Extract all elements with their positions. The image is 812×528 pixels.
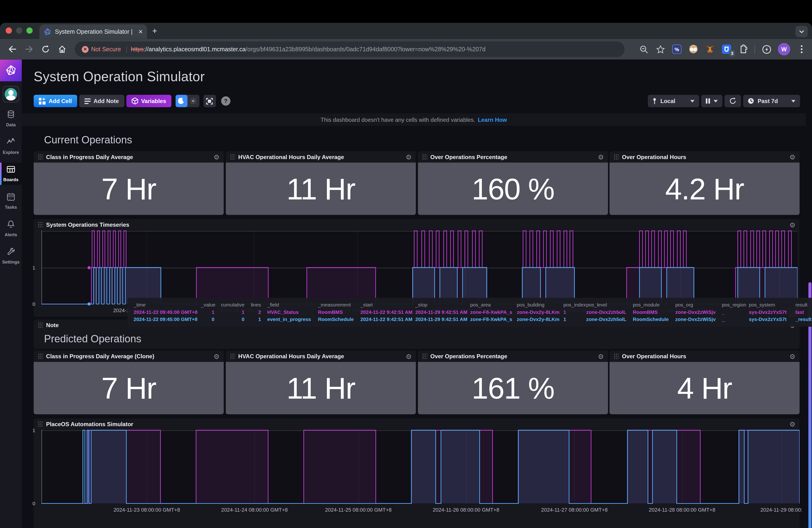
help-icon[interactable]: ? — [221, 97, 230, 106]
extensions-puzzle-icon[interactable] — [738, 44, 748, 54]
chevron-down-icon — [690, 100, 694, 102]
sidebar-item-alerts[interactable]: Alerts — [0, 218, 22, 240]
drag-handle-icon[interactable] — [38, 421, 43, 427]
tooltip-value: _result — [795, 317, 812, 322]
tooltip-value: zone-Dvx2zh5olL — [586, 309, 633, 315]
drag-handle-icon[interactable] — [614, 353, 619, 360]
tooltip-value: zone-F8-XwkPA_s — [470, 317, 517, 322]
gear-icon[interactable]: ⚙ — [214, 153, 219, 160]
extension-bitwarden-icon[interactable]: 3 — [721, 44, 732, 54]
drag-handle-icon[interactable] — [38, 353, 43, 360]
graph-line-icon — [6, 137, 15, 149]
tab-close-icon[interactable]: ✕ — [138, 28, 143, 35]
drag-handle-icon[interactable] — [38, 222, 43, 228]
reload-icon[interactable] — [40, 43, 52, 55]
gear-icon[interactable]: ⚙ — [214, 353, 219, 360]
chevron-down-icon — [791, 100, 795, 102]
toolbar-divider — [755, 45, 755, 54]
add-cell-button[interactable]: Add Cell — [34, 95, 77, 107]
gear-icon[interactable]: ⚙ — [406, 153, 412, 160]
tooltip-value: _ — [722, 309, 749, 315]
zoom-window-button[interactable] — [26, 28, 32, 34]
extension-metamask-icon[interactable] — [705, 44, 715, 54]
drag-handle-icon[interactable] — [38, 322, 43, 328]
gear-icon[interactable]: ⚙ — [789, 353, 795, 360]
gear-icon[interactable]: ⚙ — [789, 153, 795, 160]
battery-saver-icon[interactable] — [761, 44, 772, 54]
sidebar-item-settings[interactable]: Settings — [0, 245, 22, 267]
cell-title: HVAC Operational Hours Daily Average — [238, 154, 403, 160]
theme-toggle[interactable] — [175, 95, 199, 107]
refresh-button[interactable] — [724, 95, 741, 107]
tooltip-column-header: pos_region — [722, 302, 749, 308]
pause-refresh-dropdown[interactable] — [701, 95, 722, 107]
drag-handle-icon[interactable] — [230, 353, 235, 360]
url-scheme: https — [131, 46, 144, 52]
timeseries-plot[interactable]: 102024-11-23 08:00:00 GMT+82024-11-24 08… — [41, 231, 797, 305]
not-secure-chip[interactable]: ✕ Not Secure — [82, 46, 127, 53]
gear-icon[interactable]: ⚙ — [406, 353, 412, 360]
gear-icon[interactable]: ⚙ — [598, 353, 604, 360]
tooltip-column-header: pos_system — [749, 302, 795, 308]
minimize-window-button[interactable] — [16, 28, 22, 34]
sidebar-item-data[interactable]: Data — [0, 108, 22, 130]
variables-button[interactable]: Variables — [126, 95, 171, 107]
tooltip-column-header: pos_building — [517, 302, 563, 308]
timezone-dropdown[interactable]: Local — [648, 95, 699, 107]
presentation-mode-button[interactable] — [203, 95, 216, 107]
time-range-dropdown[interactable]: Past 7d — [743, 95, 800, 107]
user-avatar-icon — [5, 88, 17, 100]
automations-plot[interactable]: 102024-11-23 08:00:00 GMT+82024-11-24 08… — [41, 430, 799, 504]
add-note-button[interactable]: Add Note — [79, 95, 124, 107]
learn-how-link[interactable]: Learn How — [478, 117, 507, 123]
tooltip-value: last — [795, 309, 812, 315]
drag-handle-icon[interactable] — [230, 154, 235, 160]
window-controls[interactable] — [6, 28, 32, 34]
wrench-icon — [6, 247, 15, 258]
url-text: https://analytics.placeosmdl01.mcmaster.… — [131, 46, 485, 52]
tooltip-value: zone-Dvx2y-8LKm — [517, 317, 563, 322]
tooltip-value: zone-Dvx2zh5olL — [586, 317, 633, 322]
drag-handle-icon[interactable] — [422, 154, 427, 160]
forward-icon[interactable] — [23, 43, 35, 55]
extension-shield-percent-icon[interactable]: % — [672, 44, 682, 54]
profile-avatar[interactable]: W — [778, 43, 790, 55]
y-axis-tick: 0 — [32, 501, 35, 507]
close-window-button[interactable] — [6, 28, 12, 34]
drag-handle-icon[interactable] — [614, 154, 619, 160]
sidebar-item-tasks[interactable]: Tasks — [0, 190, 22, 212]
extension-avatar-icon[interactable] — [688, 44, 699, 54]
browser-tab[interactable]: System Operation Simulator | ✕ — [40, 25, 147, 39]
tooltip-value: RoomBMS — [318, 309, 360, 315]
cell-header: HVAC Operational Hours Daily Average⚙ — [226, 351, 416, 362]
gear-icon[interactable]: ⚙ — [789, 421, 795, 427]
y-axis-tick: 0 — [32, 301, 35, 307]
browser-menu-icon[interactable] — [797, 44, 807, 54]
gear-icon[interactable]: ⚙ — [789, 221, 795, 228]
url-host: ://analytics.placeosmdl01.mcmaster.ca — [144, 46, 246, 52]
drag-handle-icon[interactable] — [38, 154, 43, 160]
influxdb-logo[interactable] — [0, 60, 22, 82]
zoom-out-icon[interactable] — [638, 44, 649, 54]
section-current-operations: Current Operations — [44, 134, 132, 146]
gear-icon[interactable]: ⚙ — [598, 153, 604, 160]
sidebar-item-explore[interactable]: Explore — [0, 135, 22, 157]
light-mode-sun-icon[interactable] — [187, 95, 199, 107]
home-icon[interactable] — [56, 43, 68, 55]
tooltip-value: 1 — [563, 317, 586, 322]
user-avatar[interactable] — [3, 86, 19, 103]
back-icon[interactable] — [6, 43, 18, 55]
tooltip-value: 1 — [563, 309, 586, 315]
dark-mode-moon-icon[interactable] — [175, 95, 187, 107]
address-bar[interactable]: ✕ Not Secure https://analytics.placeosmd… — [75, 41, 624, 57]
sidebar-item-boards[interactable]: Boards — [0, 163, 22, 185]
page-title[interactable]: System Operation Simulator — [34, 69, 205, 85]
drag-handle-icon[interactable] — [422, 353, 427, 360]
bookmark-star-icon[interactable] — [655, 44, 666, 54]
cell-header: Class in Progress Daily Average (Clone)⚙ — [34, 351, 224, 362]
tab-search-button[interactable] — [795, 26, 808, 37]
tooltip-value: _ — [722, 317, 749, 322]
tooltip-value: RoomSchedule — [633, 317, 675, 322]
new-tab-button[interactable]: + — [152, 27, 157, 35]
tooltip-value: 2024-11-22 09:45:00 GMT+8 — [134, 317, 201, 322]
